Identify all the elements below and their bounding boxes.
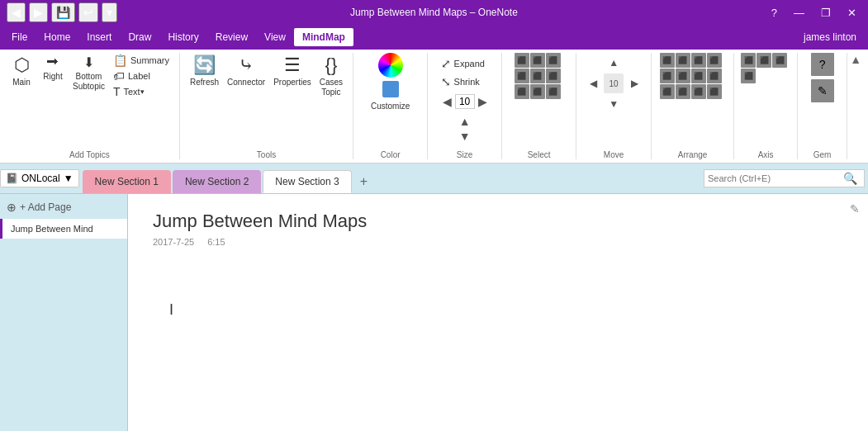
refresh-button[interactable]: 🔄 Refresh	[187, 53, 222, 89]
close-button[interactable]: ✕	[842, 5, 861, 21]
move-down[interactable]: ▼	[604, 94, 624, 114]
select-icon-3[interactable]: ⬛	[546, 53, 561, 68]
right-button[interactable]: ⮕ Right	[38, 53, 68, 83]
select-label: Select	[528, 147, 551, 159]
arrange-icon-5[interactable]: ⬛	[660, 69, 675, 83]
customize-button[interactable]: Customize	[368, 101, 413, 111]
label-button[interactable]: 🏷 Label	[110, 69, 173, 83]
menu-insert[interactable]: Insert	[78, 28, 120, 46]
select-icon-9[interactable]: ⬛	[546, 84, 561, 99]
ribbon-group-arrange: ⬛ ⬛ ⬛ ⬛ ⬛ ⬛ ⬛ ⬛ ⬛ ⬛ ⬛ ⬛ Arrange	[652, 53, 734, 159]
axis-icon-2[interactable]: ⬛	[757, 53, 771, 68]
size-stepper: ◀ 10 ▶	[438, 92, 492, 111]
select-icon-4[interactable]: ⬛	[515, 69, 529, 83]
move-up[interactable]: ▲	[604, 53, 624, 73]
arrange-icon-11[interactable]: ⬛	[691, 84, 706, 99]
search-box: 🔍	[704, 169, 865, 187]
search-button[interactable]: 🔍	[840, 172, 861, 185]
notebook-selector[interactable]: 📓 ONLocal ▼	[0, 169, 79, 187]
color-swatch[interactable]	[382, 81, 399, 97]
color-wheel[interactable]	[378, 53, 403, 78]
ribbon: ⬡ Main ⮕ Right ⬇ BottomSubtopic 📋 Summar…	[0, 50, 868, 163]
minimize-button[interactable]: —	[789, 5, 809, 21]
back-button[interactable]: ◀	[7, 2, 26, 22]
arrange-icon-10[interactable]: ⬛	[676, 84, 690, 99]
axis-grid: ⬛ ⬛ ⬛ ⬛	[741, 53, 790, 83]
ribbon-group-move: ▲ ◀ 10 ▶ ▼ Move	[576, 53, 652, 159]
move-center: 10	[604, 73, 624, 93]
undo-button[interactable]: ↩	[78, 2, 98, 22]
menu-home[interactable]: Home	[36, 28, 78, 46]
help-button[interactable]: ?	[766, 5, 782, 21]
menu-mindmap[interactable]: MindMap	[294, 28, 353, 46]
size-up-arrow[interactable]: ▲	[458, 114, 472, 129]
axis-icon-1[interactable]: ⬛	[741, 53, 756, 68]
size-left-arrow[interactable]: ◀	[441, 94, 453, 109]
section-tab-2[interactable]: New Section 2	[173, 170, 261, 193]
cases-topic-button[interactable]: {} CasesTopic	[316, 53, 346, 99]
select-icon-6[interactable]: ⬛	[546, 69, 561, 83]
select-icon-5[interactable]: ⬛	[530, 69, 545, 83]
size-down-arrow[interactable]: ▼	[458, 129, 472, 144]
arrange-icon-12[interactable]: ⬛	[707, 84, 722, 99]
bottom-subtopic-button[interactable]: ⬇ BottomSubtopic	[69, 53, 108, 93]
main-button[interactable]: ⬡ Main	[7, 53, 36, 89]
tools-buttons: 🔄 Refresh ⤷ Connector ☰ Properties {} Ca…	[187, 53, 346, 147]
arrange-icon-8[interactable]: ⬛	[707, 69, 722, 83]
connector-button[interactable]: ⤷ Connector	[224, 53, 268, 89]
menu-draw[interactable]: Draw	[120, 28, 159, 46]
arrange-icon-4[interactable]: ⬛	[707, 53, 722, 68]
add-section-button[interactable]: +	[353, 170, 374, 193]
gem-icon-2[interactable]: ✎	[811, 79, 834, 102]
cursor-indicator: I	[169, 301, 173, 319]
title-bar: ◀ ▶ 💾 ↩ ▾ Jump Between Mind Maps – OneNo…	[0, 0, 868, 25]
move-downleft	[583, 94, 603, 114]
arrange-icon-9[interactable]: ⬛	[660, 84, 675, 99]
arrange-icon-7[interactable]: ⬛	[691, 69, 706, 83]
text-button[interactable]: T Text ▾	[110, 84, 173, 99]
size-right-arrow[interactable]: ▶	[477, 94, 489, 109]
customize-quick-access[interactable]: ▾	[102, 2, 117, 22]
add-page-button[interactable]: ⊕ + Add Page	[0, 197, 127, 217]
size-controls: ⤢ Expand ⤡ Shrink ◀ 10 ▶ ▲ ▼	[438, 53, 492, 147]
forward-button[interactable]: ▶	[29, 2, 48, 22]
arrange-icon-3[interactable]: ⬛	[691, 53, 706, 68]
arrange-icon-1[interactable]: ⬛	[660, 53, 675, 68]
gem-buttons: ? ✎	[811, 53, 834, 147]
gem-icon-1[interactable]: ?	[811, 53, 834, 76]
select-icon-7[interactable]: ⬛	[515, 84, 529, 99]
axis-icon-4[interactable]: ⬛	[741, 69, 756, 83]
expand-icon: ⤢	[441, 57, 451, 70]
ribbon-collapse-button[interactable]: ▲	[843, 50, 868, 69]
move-left[interactable]: ◀	[583, 73, 603, 93]
right-icon: ⮕	[46, 54, 59, 70]
shrink-button[interactable]: ⤡ Shrink	[438, 74, 492, 89]
menu-view[interactable]: View	[256, 28, 294, 46]
properties-button[interactable]: ☰ Properties	[270, 53, 315, 89]
save-button[interactable]: 💾	[51, 2, 75, 22]
ribbon-group-add-topics: ⬡ Main ⮕ Right ⬇ BottomSubtopic 📋 Summar…	[0, 53, 180, 159]
section-tab-1[interactable]: New Section 1	[83, 170, 171, 193]
select-icon-8[interactable]: ⬛	[530, 84, 545, 99]
select-icon-1[interactable]: ⬛	[515, 53, 529, 68]
axis-icon-3[interactable]: ⬛	[772, 53, 787, 68]
notebook-chevron: ▼	[64, 173, 74, 184]
add-page-icon: ⊕	[7, 201, 17, 214]
select-icon-2[interactable]: ⬛	[530, 53, 545, 68]
search-input[interactable]	[708, 173, 840, 183]
arrange-icon-2[interactable]: ⬛	[676, 53, 690, 68]
arrange-icon-6[interactable]: ⬛	[676, 69, 690, 83]
expand-button[interactable]: ⤢ Expand	[438, 56, 492, 71]
menu-history[interactable]: History	[159, 28, 206, 46]
content-area[interactable]: ✎ Jump Between Mind Maps 2017-7-25 6:15 …	[128, 194, 868, 431]
section-tab-3[interactable]: New Section 3	[263, 170, 351, 193]
summary-button[interactable]: 📋 Summary	[110, 53, 173, 68]
color-buttons: Customize	[368, 53, 413, 147]
notebook-name: ONLocal	[21, 173, 60, 184]
move-right[interactable]: ▶	[624, 73, 644, 93]
page-item[interactable]: Jump Between Mind	[0, 219, 127, 239]
edit-icon[interactable]: ✎	[850, 202, 860, 216]
restore-button[interactable]: ❐	[816, 5, 836, 21]
menu-file[interactable]: File	[3, 28, 36, 46]
menu-review[interactable]: Review	[207, 28, 256, 46]
